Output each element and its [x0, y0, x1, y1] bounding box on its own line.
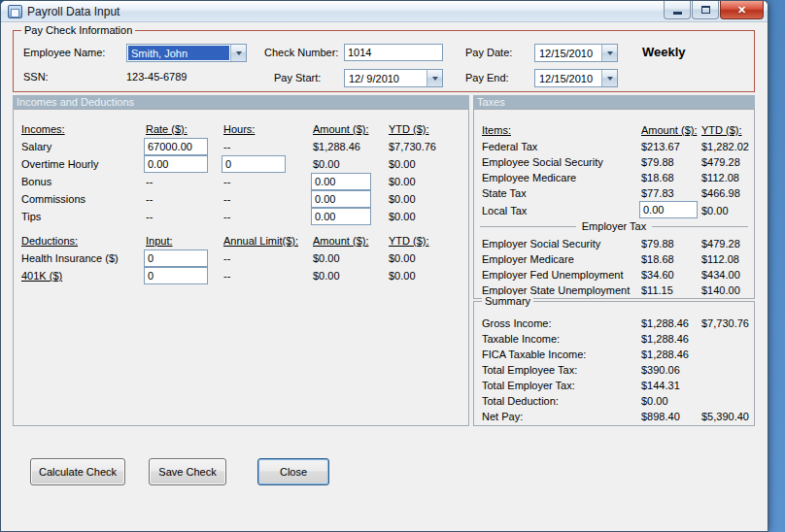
check-number-input[interactable]: [344, 44, 443, 61]
pay-start-picker[interactable]: 12/ 9/2010: [344, 69, 443, 87]
401k-input[interactable]: [144, 267, 208, 284]
summary-row-label: Gross Income:: [482, 317, 552, 330]
total-employee-tax-amount: $390.06: [641, 364, 680, 377]
health-insurance-amount-value: $0.00: [313, 252, 340, 265]
pay-date-label: Pay Date:: [465, 47, 512, 59]
net-pay-ytd: $5,390.40: [701, 411, 749, 423]
paycheck-group-label: Pay Check Information: [21, 24, 135, 36]
app-icon: [8, 5, 22, 18]
incomes-section-title: Incomes and Deductions: [17, 96, 134, 108]
employee-name-combobox[interactable]: Smith, John: [126, 44, 247, 62]
window-title: Payroll Data Input: [27, 5, 119, 18]
maximize-button[interactable]: [692, 1, 719, 19]
titlebar[interactable]: Payroll Data Input: [1, 1, 768, 22]
pay-end-label: Pay End:: [465, 72, 509, 84]
chevron-down-icon: [236, 51, 242, 55]
tips-amount-input[interactable]: [311, 208, 371, 225]
pay-date-value: 12/15/2010: [535, 45, 601, 61]
payroll-window: Payroll Data Input ✕ Pay Check Informati…: [0, 0, 768, 532]
net-pay-amount: $898.40: [641, 411, 680, 423]
tax-items-col-header: Items:: [482, 124, 511, 137]
local-tax-ytd: $0.00: [701, 205, 729, 217]
local-tax-input[interactable]: [639, 201, 698, 218]
tips-ytd-value: $0.00: [389, 211, 416, 223]
income-row-label: Tips: [21, 211, 41, 223]
paycheck-info-group: Pay Check Information Employee Name: Smi…: [13, 30, 755, 92]
emp-medicare-ytd: $112.08: [701, 172, 739, 184]
er-medicare-ytd: $112.08: [701, 253, 739, 266]
salary-hours-value: --: [223, 141, 230, 153]
summary-row-label: Net Pay:: [482, 411, 523, 423]
calculate-check-button[interactable]: Calculate Check: [30, 458, 125, 485]
input-col-header: Input:: [146, 235, 173, 248]
pay-date-picker[interactable]: 12/15/2010: [534, 44, 618, 62]
summary-row-label: FICA Taxable Income:: [482, 349, 586, 361]
summary-group-label: Summary: [482, 295, 533, 307]
taxes-section-header: Taxes: [473, 95, 755, 109]
pay-end-dropdown-button[interactable]: [601, 70, 617, 86]
close-button[interactable]: Close: [257, 458, 329, 485]
income-row-label: Bonus: [21, 176, 51, 188]
close-window-button[interactable]: ✕: [720, 1, 764, 19]
total-deduction-amount: $0.00: [641, 395, 668, 408]
state-tax-amount: $77.83: [641, 187, 674, 200]
local-tax-label: Local Tax: [482, 205, 527, 217]
bonus-ytd-value: $0.00: [389, 176, 416, 188]
commissions-rate-value: --: [146, 193, 153, 206]
401k-ytd-value: $0.00: [389, 270, 416, 283]
employee-name-dropdown-button[interactable]: [230, 45, 246, 61]
chevron-down-icon: [432, 77, 438, 81]
minimize-button[interactable]: [664, 1, 691, 19]
ssn-value: 123-45-6789: [126, 71, 187, 83]
health-insurance-input[interactable]: [144, 249, 208, 267]
overtime-rate-input[interactable]: [144, 155, 208, 173]
federal-tax-ytd: $1,282.02: [701, 141, 749, 153]
hours-col-header: Hours:: [223, 123, 255, 136]
incomes-col-header: Incomes:: [21, 123, 65, 136]
bonus-amount-input[interactable]: [311, 173, 371, 190]
summary-row-label: Total Employer Tax:: [482, 380, 575, 392]
close-icon: ✕: [737, 5, 746, 16]
er-ss-ytd: $479.28: [701, 238, 740, 250]
ytd-col-header: YTD ($):: [389, 123, 429, 136]
bonus-rate-value: --: [146, 176, 153, 188]
commissions-amount-input[interactable]: [311, 190, 371, 208]
tax-row-label: Employee Social Security: [482, 156, 603, 169]
income-row-label: Commissions: [21, 193, 85, 206]
annual-limit-col-header: Annual Limit($):: [223, 235, 298, 248]
pay-date-dropdown-button[interactable]: [601, 45, 617, 61]
er-medicare-amount: $18.68: [641, 253, 674, 266]
amount-col-header: Amount ($):: [313, 123, 368, 136]
summary-row-label: Taxable Income:: [482, 333, 560, 346]
tips-hours-value: --: [223, 211, 230, 223]
rate-col-header: Rate ($):: [146, 123, 188, 136]
bonus-hours-value: --: [223, 176, 230, 188]
save-check-button[interactable]: Save Check: [149, 458, 226, 485]
salary-ytd-value: $7,730.76: [389, 141, 436, 153]
employee-name-value: Smith, John: [128, 46, 229, 60]
summary-row-label: Total Deduction:: [482, 395, 559, 408]
commissions-ytd-value: $0.00: [389, 193, 416, 206]
overtime-amount-value: $0.00: [313, 158, 340, 171]
state-tax-ytd: $466.98: [701, 187, 740, 200]
employer-tax-separator: Employer Tax: [480, 220, 748, 232]
deductions-col-header: Deductions:: [21, 235, 78, 248]
salary-rate-input[interactable]: [144, 138, 208, 155]
incomes-deductions-panel: Incomes: Rate ($): Hours: Amount ($): YT…: [13, 109, 469, 426]
employer-tax-separator-label: Employer Tax: [576, 220, 652, 232]
summary-panel: Summary Gross Income: $1,288.46 $7,730.7…: [473, 301, 755, 426]
overtime-hours-input[interactable]: [222, 155, 286, 173]
emp-medicare-amount: $18.68: [641, 172, 674, 184]
deduction-row-label: Health Insurance ($): [21, 252, 119, 265]
pay-frequency-label: Weekly: [642, 46, 686, 58]
tax-row-label: Employee Medicare: [482, 172, 576, 184]
pay-start-dropdown-button[interactable]: [427, 70, 442, 86]
taxes-panel: Items: Amount ($): YTD ($): Federal Tax …: [473, 109, 755, 299]
ssn-label: SSN:: [23, 71, 49, 83]
401k-amount-value: $0.00: [313, 270, 340, 283]
pay-end-value: 12/15/2010: [535, 70, 601, 86]
federal-tax-amount: $213.67: [641, 141, 680, 153]
fica-taxable-income-amount: $1,288.46: [641, 349, 689, 361]
taxable-income-amount: $1,288.46: [641, 333, 689, 346]
pay-end-picker[interactable]: 12/15/2010: [534, 69, 618, 87]
